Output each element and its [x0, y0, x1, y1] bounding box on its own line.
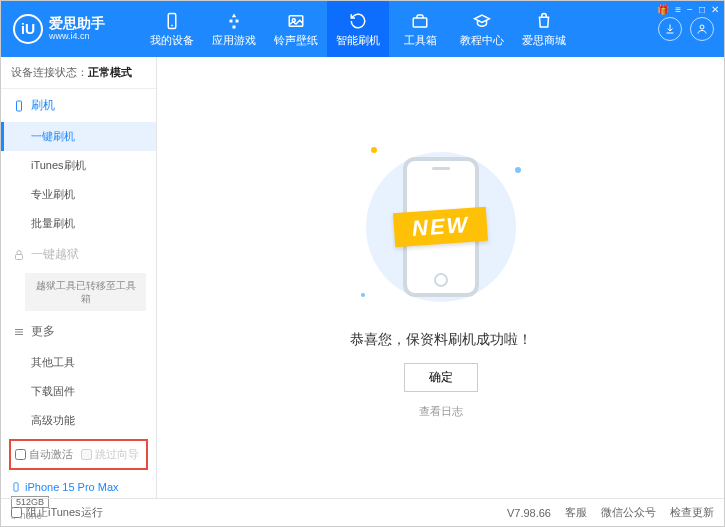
auto-activate-checkbox[interactable]: 自动激活 [15, 447, 73, 462]
sidebar-item-batch[interactable]: 批量刷机 [1, 209, 156, 238]
sidebar-item-onekey[interactable]: 一键刷机 [1, 122, 156, 151]
logo-icon: iU [13, 14, 43, 44]
nav-apps[interactable]: 应用游戏 [203, 1, 265, 57]
svg-rect-4 [413, 18, 427, 27]
nav-label: 爱思商城 [522, 33, 566, 48]
statusbar: 阻止iTunes运行 V7.98.66 客服 微信公众号 检查更新 [1, 498, 724, 526]
success-message: 恭喜您，保资料刷机成功啦！ [350, 331, 532, 349]
menu-icon[interactable]: ≡ [675, 4, 681, 15]
refresh-icon [348, 11, 368, 31]
nav-tutorial[interactable]: 教程中心 [451, 1, 513, 57]
phone-icon [162, 11, 182, 31]
jailbreak-moved-note: 越狱工具已转移至工具箱 [25, 273, 146, 311]
skip-guide-checkbox[interactable]: 跳过向导 [81, 447, 139, 462]
apps-icon [224, 11, 244, 31]
maximize-icon[interactable]: □ [699, 4, 705, 15]
view-log-link[interactable]: 查看日志 [419, 404, 463, 419]
wechat-link[interactable]: 微信公众号 [601, 505, 656, 520]
sidebar-item-pro[interactable]: 专业刷机 [1, 180, 156, 209]
download-button[interactable] [658, 17, 682, 41]
nav-label: 智能刷机 [336, 33, 380, 48]
toolbox-icon [410, 11, 430, 31]
success-illustration: NEW [341, 137, 541, 317]
cap-icon [472, 11, 492, 31]
bag-icon [534, 11, 554, 31]
svg-rect-8 [16, 254, 23, 259]
phone-icon [11, 480, 21, 494]
flash-options: 自动激活 跳过向导 [9, 439, 148, 470]
sidebar: 设备连接状态：正常模式 刷机 一键刷机 iTunes刷机 专业刷机 批量刷机 一… [1, 57, 157, 498]
sidebar-item-other-tools[interactable]: 其他工具 [1, 348, 156, 377]
nav-mall[interactable]: 爱思商城 [513, 1, 575, 57]
top-nav: 我的设备 应用游戏 铃声壁纸 智能刷机 [141, 1, 658, 57]
svg-rect-7 [17, 101, 22, 111]
new-badge: NEW [393, 206, 488, 246]
sidebar-item-advanced[interactable]: 高级功能 [1, 406, 156, 435]
minimize-icon[interactable]: − [687, 4, 693, 15]
nav-device[interactable]: 我的设备 [141, 1, 203, 57]
device-name[interactable]: iPhone 15 Pro Max [11, 480, 146, 494]
titlebar-controls: 🎁 ≡ − □ ✕ [657, 4, 719, 15]
header: 🎁 ≡ − □ ✕ iU 爱思助手 www.i4.cn 我的设备 [1, 1, 724, 57]
gift-icon[interactable]: 🎁 [657, 4, 669, 15]
version-label: V7.98.66 [507, 507, 551, 519]
phone-icon [13, 100, 25, 112]
nav-label: 铃声壁纸 [274, 33, 318, 48]
connection-status: 设备连接状态：正常模式 [1, 57, 156, 89]
nav-ringtone[interactable]: 铃声壁纸 [265, 1, 327, 57]
nav-flash[interactable]: 智能刷机 [327, 1, 389, 57]
nav-label: 应用游戏 [212, 33, 256, 48]
app-title: 爱思助手 [49, 16, 105, 31]
svg-rect-12 [14, 483, 18, 491]
lock-icon [13, 249, 25, 261]
sidebar-item-download-fw[interactable]: 下载固件 [1, 377, 156, 406]
nav-label: 教程中心 [460, 33, 504, 48]
sidebar-item-itunes[interactable]: iTunes刷机 [1, 151, 156, 180]
support-link[interactable]: 客服 [565, 505, 587, 520]
main-content: NEW 恭喜您，保资料刷机成功啦！ 确定 查看日志 [157, 57, 724, 498]
nav-label: 我的设备 [150, 33, 194, 48]
ok-button[interactable]: 确定 [404, 363, 478, 392]
app-url: www.i4.cn [49, 32, 105, 42]
close-icon[interactable]: ✕ [711, 4, 719, 15]
nav-label: 工具箱 [404, 33, 437, 48]
sidebar-group-more[interactable]: 更多 [1, 315, 156, 348]
check-update-link[interactable]: 检查更新 [670, 505, 714, 520]
nav-toolbox[interactable]: 工具箱 [389, 1, 451, 57]
user-button[interactable] [690, 17, 714, 41]
logo-area: iU 爱思助手 www.i4.cn [1, 1, 141, 57]
svg-point-6 [700, 25, 704, 29]
block-itunes-checkbox[interactable]: 阻止iTunes运行 [11, 505, 103, 520]
list-icon [13, 326, 25, 338]
sidebar-group-flash[interactable]: 刷机 [1, 89, 156, 122]
sidebar-group-jailbreak: 一键越狱 [1, 238, 156, 271]
image-icon [286, 11, 306, 31]
